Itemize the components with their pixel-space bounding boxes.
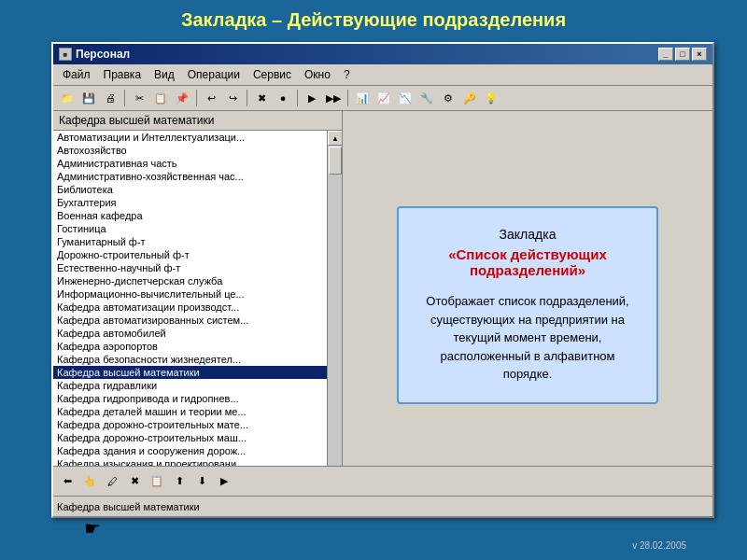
cursor-hand-icon: ☛: [84, 517, 101, 539]
scroll-thumb[interactable]: [329, 147, 342, 175]
scroll-track: [328, 146, 342, 484]
list-item[interactable]: Кафедра здания и сооружения дорож...: [53, 444, 327, 457]
list-item[interactable]: Кафедра дорожно-строительных мате...: [53, 418, 327, 431]
list-item[interactable]: Гостиница: [53, 222, 327, 235]
toolbar-btn-3[interactable]: 🖨: [100, 88, 120, 108]
list-item[interactable]: Кафедра аэропортов: [53, 340, 327, 353]
list-item[interactable]: Инженерно-диспетчерская служба: [53, 274, 327, 287]
version-text: v 28.02.2005: [632, 540, 686, 551]
main-window: ■ Персонал _ □ × Файл Правка Вид Операци…: [51, 42, 714, 518]
list-item[interactable]: Кафедра дорожно-строительных маш...: [53, 431, 327, 444]
scrollbar[interactable]: ▲ ▼: [327, 131, 342, 499]
list-item[interactable]: Кафедра гидравлики: [53, 379, 327, 392]
list-item[interactable]: Информационно-вычислительный це...: [53, 287, 327, 301]
list-item[interactable]: Административно-хозяйственная час...: [53, 170, 327, 183]
info-box-text: Отображает список подразделений, существ…: [422, 292, 633, 384]
toolbar-sep-4: [297, 90, 298, 106]
bottom-btn-5[interactable]: 📋: [147, 471, 167, 492]
window-icon: ■: [59, 48, 72, 61]
bottom-toolbar: ⬅ 👆 🖊 ✖ 📋 ⬆ ⬇ ▶: [53, 466, 712, 496]
toolbar-btn-6[interactable]: 📌: [172, 88, 192, 108]
window-title: Персонал: [76, 48, 130, 61]
toolbar-sep-1: [124, 90, 125, 106]
list-item[interactable]: Автоматизации и Интеллектуализаци...: [53, 131, 327, 144]
toolbar-sep-3: [247, 90, 247, 106]
list-container: Автоматизации и Интеллектуализаци...Авто…: [53, 131, 342, 499]
toolbar-btn-18[interactable]: 🔑: [459, 88, 480, 108]
list-item[interactable]: Дорожно-строительный ф-т: [53, 248, 327, 261]
toolbar-btn-16[interactable]: 🔧: [416, 88, 437, 108]
list-item[interactable]: Кафедра автоматизации производст...: [53, 301, 327, 314]
left-panel: Кафедра высшей математики Автоматизации …: [53, 111, 343, 499]
list-item[interactable]: Гуманитарный ф-т: [53, 235, 327, 248]
maximize-button[interactable]: □: [675, 48, 690, 61]
list-item[interactable]: Кафедра автомобилей: [53, 327, 327, 340]
list-item[interactable]: Бухгалтерия: [53, 196, 327, 209]
title-bar-left: ■ Персонал: [59, 48, 130, 61]
title-bar-controls: _ □ ×: [658, 48, 707, 61]
toolbar-btn-5[interactable]: 📋: [150, 88, 171, 108]
info-box-highlight: «Список действующих подразделений»: [422, 246, 633, 278]
status-text: Кафедра высшей математики: [57, 501, 709, 512]
content-area: Кафедра высшей математики Автоматизации …: [53, 111, 712, 499]
toolbar-sep-5: [347, 90, 348, 106]
bottom-btn-8[interactable]: ▶: [214, 471, 234, 492]
dept-label: Кафедра высшей математики: [53, 111, 342, 131]
status-bar: Кафедра высшей математики: [53, 496, 712, 516]
toolbar-btn-14[interactable]: 📈: [374, 88, 394, 108]
menu-service[interactable]: Сервис: [247, 66, 297, 83]
list-item[interactable]: Естественно-научный ф-т: [53, 261, 327, 274]
bottom-btn-6[interactable]: ⬆: [169, 471, 190, 492]
list-item[interactable]: Военная кафедра: [53, 209, 327, 222]
toolbar-btn-1[interactable]: 📁: [57, 88, 78, 108]
toolbar-btn-8[interactable]: ↪: [222, 88, 243, 108]
toolbar: 📁 💾 🖨 ✂ 📋 📌 ↩ ↪ ✖ ● ▶ ▶▶ 📊 📈 📉 🔧 ⚙ 🔑 💡: [53, 86, 712, 111]
toolbar-btn-17[interactable]: ⚙: [438, 88, 458, 108]
toolbar-btn-13[interactable]: 📊: [352, 88, 373, 108]
menu-view[interactable]: Вид: [148, 66, 180, 83]
toolbar-btn-4[interactable]: ✂: [129, 88, 149, 108]
toolbar-btn-9[interactable]: ✖: [251, 88, 272, 108]
scroll-up-button[interactable]: ▲: [328, 131, 342, 146]
menu-edit[interactable]: Правка: [98, 66, 148, 83]
bottom-btn-2[interactable]: 👆: [79, 471, 100, 492]
list-item[interactable]: Автохозяйство: [53, 144, 327, 157]
list-item[interactable]: Кафедра безопасности жизнедеятел...: [53, 353, 327, 366]
menu-operations[interactable]: Операции: [182, 66, 246, 83]
toolbar-btn-10[interactable]: ●: [273, 88, 293, 108]
close-button[interactable]: ×: [692, 48, 707, 61]
list-item[interactable]: Кафедра высшей математики: [53, 366, 327, 379]
list-items[interactable]: Автоматизации и Интеллектуализаци...Авто…: [53, 131, 327, 499]
title-bar: ■ Персонал _ □ ×: [53, 44, 712, 64]
menu-bar: Файл Правка Вид Операции Сервис Окно ?: [53, 64, 712, 86]
info-box-title: Закладка: [422, 227, 633, 242]
toolbar-btn-7[interactable]: ↩: [201, 88, 221, 108]
bottom-btn-3[interactable]: 🖊: [102, 471, 122, 492]
page-title: Закладка – Действующие подразделения: [0, 0, 747, 38]
toolbar-sep-2: [196, 90, 197, 106]
list-item[interactable]: Кафедра гидропривода и гидропнев...: [53, 392, 327, 405]
menu-file[interactable]: Файл: [57, 66, 96, 83]
toolbar-btn-11[interactable]: ▶: [302, 88, 322, 108]
menu-help[interactable]: ?: [338, 66, 356, 83]
toolbar-btn-19[interactable]: 💡: [481, 88, 501, 108]
right-panel: Закладка «Список действующих подразделен…: [343, 111, 712, 499]
list-item[interactable]: Кафедра деталей машин и теории ме...: [53, 405, 327, 418]
toolbar-btn-2[interactable]: 💾: [78, 88, 99, 108]
bottom-btn-1[interactable]: ⬅: [57, 471, 78, 492]
list-item[interactable]: Административная часть: [53, 157, 327, 170]
info-box: Закладка «Список действующих подразделен…: [397, 206, 658, 404]
minimize-button[interactable]: _: [658, 48, 673, 61]
bottom-btn-7[interactable]: ⬇: [191, 471, 212, 492]
bottom-btn-4[interactable]: ✖: [124, 471, 145, 492]
list-item[interactable]: Библиотека: [53, 183, 327, 196]
toolbar-btn-12[interactable]: ▶▶: [323, 88, 344, 108]
menu-window[interactable]: Окно: [299, 66, 336, 83]
toolbar-btn-15[interactable]: 📉: [395, 88, 416, 108]
list-item[interactable]: Кафедра автоматизированных систем...: [53, 314, 327, 327]
